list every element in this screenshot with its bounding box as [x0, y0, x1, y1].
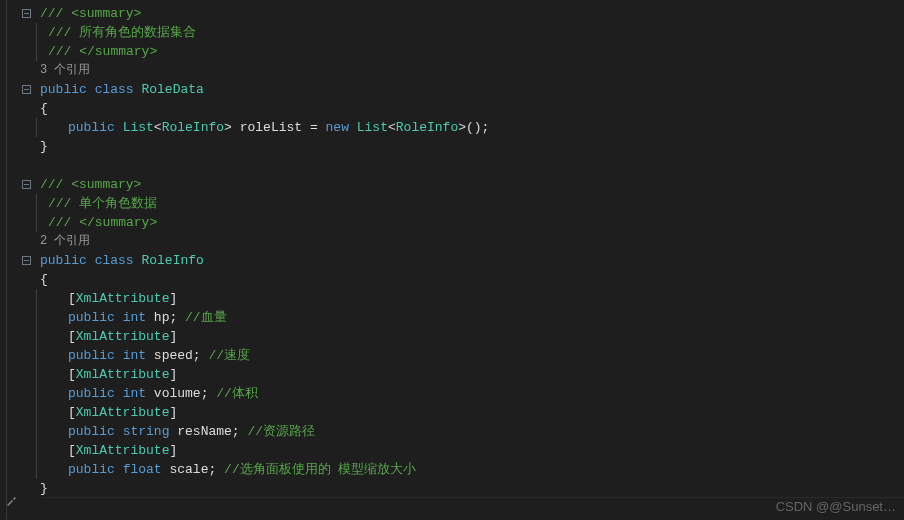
codelens[interactable]: 2 个引用 [0, 232, 904, 251]
code-line: /// </summary> [0, 213, 904, 232]
attribute: XmlAttribute [76, 289, 170, 308]
code-line: } [0, 479, 904, 498]
doc-comment: /// </summary> [48, 42, 157, 61]
fold-toggle[interactable] [20, 256, 32, 265]
code-line: /// <summary> [0, 4, 904, 23]
code-line: public class RoleInfo [0, 251, 904, 270]
code-line: public List<RoleInfo> roleList = new Lis… [0, 118, 904, 137]
code-line: [XmlAttribute] [0, 289, 904, 308]
codelens-references[interactable]: 2 个引用 [40, 232, 90, 251]
doc-comment: /// <summary> [40, 4, 141, 23]
code-line: [XmlAttribute] [0, 403, 904, 422]
code-line: { [0, 99, 904, 118]
codelens-references[interactable]: 3 个引用 [40, 61, 90, 80]
field-name: roleList [240, 118, 302, 137]
fold-toggle[interactable] [20, 85, 32, 94]
brace: { [40, 99, 48, 118]
code-line: /// 所有角色的数据集合 [0, 23, 904, 42]
code-line: } [0, 137, 904, 156]
code-line: public class RoleData [0, 80, 904, 99]
brace: } [40, 137, 48, 156]
code-line: /// </summary> [0, 42, 904, 61]
code-line: public int hp; //血量 [0, 308, 904, 327]
codelens[interactable]: 3 个引用 [0, 61, 904, 80]
code-line: [XmlAttribute] [0, 365, 904, 384]
fold-toggle[interactable] [20, 180, 32, 189]
code-editor[interactable]: /// <summary> /// 所有角色的数据集合 /// </summar… [0, 0, 904, 498]
code-line: public int volume; //体积 [0, 384, 904, 403]
code-line: [XmlAttribute] [0, 327, 904, 346]
code-line: public int speed; //速度 [0, 346, 904, 365]
doc-comment: /// 单个角色数据 [48, 194, 157, 213]
watermark-text: CSDN @@Sunset… [776, 497, 896, 516]
code-line: { [0, 270, 904, 289]
code-line: /// <summary> [0, 175, 904, 194]
screwdriver-icon[interactable] [4, 494, 18, 514]
code-line: [XmlAttribute] [0, 441, 904, 460]
code-line: /// 单个角色数据 [0, 194, 904, 213]
doc-comment: /// </summary> [48, 213, 157, 232]
keyword-class: class [95, 80, 134, 99]
class-name: RoleInfo [141, 251, 203, 270]
code-line: public string resName; //资源路径 [0, 422, 904, 441]
code-line: public float scale; //选角面板使用的 模型缩放大小 [0, 460, 904, 479]
keyword-public: public [40, 80, 87, 99]
doc-comment: /// <summary> [40, 175, 141, 194]
field-name: hp; [154, 308, 177, 327]
doc-comment: /// 所有角色的数据集合 [48, 23, 196, 42]
fold-toggle[interactable] [20, 9, 32, 18]
class-name: RoleData [141, 80, 203, 99]
blank-line [0, 156, 904, 175]
